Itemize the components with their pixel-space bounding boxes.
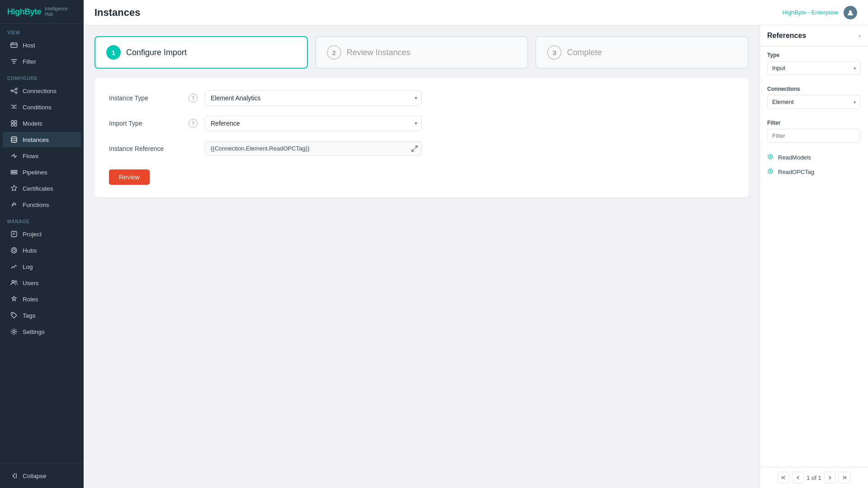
references-list: ReadModels ReadOPCTag	[760, 148, 868, 181]
import-type-select[interactable]: Reference	[205, 116, 422, 131]
read-models-icon	[767, 154, 774, 161]
references-connections-select[interactable]: Element	[767, 95, 861, 109]
import-type-label: Import Type	[109, 120, 181, 127]
svg-rect-11	[14, 121, 17, 123]
collapse-icon	[10, 472, 18, 480]
read-models-label: ReadModels	[778, 154, 811, 161]
sidebar-item-roles-label: Roles	[23, 296, 38, 303]
references-panel-header: References ›	[760, 25, 868, 47]
sidebar-item-instances-label: Instances	[23, 136, 49, 143]
sidebar-item-conditions[interactable]: Conditions	[3, 99, 81, 115]
instance-reference-input[interactable]	[205, 141, 422, 156]
sidebar-item-filter[interactable]: Filter	[3, 54, 81, 69]
sidebar-item-tags[interactable]: Tags	[3, 308, 81, 323]
logo-sub: Intelligence Hub	[45, 6, 76, 17]
sidebar-item-pipelines[interactable]: Pipelines	[3, 164, 81, 180]
certificates-icon	[10, 184, 18, 192]
sidebar-logo: HighByte Intelligence Hub	[0, 0, 84, 24]
svg-point-4	[11, 90, 13, 92]
pagination-info: 1 of 1	[807, 474, 821, 481]
svg-rect-17	[11, 170, 17, 172]
pagination-last-button[interactable]	[839, 472, 850, 483]
stepper: 1 Configure Import 2 Review Instances 3 …	[94, 36, 749, 69]
step-complete-number: 3	[547, 45, 561, 60]
sidebar-item-log[interactable]: Log	[3, 259, 81, 274]
sidebar-item-pipelines-label: Pipelines	[23, 169, 47, 176]
sidebar-item-hubs[interactable]: Hubs	[3, 243, 81, 258]
svg-line-7	[13, 89, 15, 91]
import-type-help-icon[interactable]: ?	[189, 119, 198, 128]
sidebar-item-settings-label: Settings	[23, 328, 45, 335]
users-icon	[10, 279, 18, 287]
sidebar-item-host-label: Host	[23, 42, 35, 49]
instance-type-help-icon[interactable]: ?	[189, 94, 198, 103]
enterprise-link[interactable]: HighByte - Enterprise	[782, 9, 838, 16]
svg-line-8	[13, 91, 15, 93]
sidebar-item-project[interactable]: Project	[3, 226, 81, 242]
svg-point-26	[12, 314, 13, 314]
sidebar-item-flows[interactable]: Flows	[3, 148, 81, 164]
collapse-label: Collapse	[23, 473, 47, 479]
pagination-prev-button[interactable]	[792, 472, 804, 483]
sidebar-item-certificates-label: Certificates	[23, 185, 53, 192]
sidebar-item-host[interactable]: Host	[3, 38, 81, 53]
sidebar-item-users[interactable]: Users	[3, 275, 81, 291]
read-opc-tag-icon	[767, 168, 774, 175]
import-type-row: Import Type ? Reference ▾	[109, 116, 734, 131]
svg-point-5	[15, 88, 17, 90]
pagination-first-button[interactable]	[778, 472, 789, 483]
review-button[interactable]: Review	[109, 169, 150, 185]
references-type-section: Type InputOutput ▾	[760, 47, 868, 80]
user-avatar[interactable]	[844, 6, 857, 19]
svg-point-24	[12, 281, 14, 283]
references-type-select-wrapper: InputOutput ▾	[767, 61, 861, 75]
references-filter-section: Filter	[760, 114, 868, 148]
instance-type-select[interactable]: Element Analytics	[205, 90, 422, 106]
sidebar-item-conditions-label: Conditions	[23, 104, 52, 111]
sidebar-item-certificates[interactable]: Certificates	[3, 181, 81, 196]
references-type-label: Type	[767, 52, 861, 58]
read-opc-tag-label: ReadOPCTag	[778, 169, 814, 175]
functions-icon	[10, 201, 18, 209]
references-panel: References › Type InputOutput ▾ Connecti…	[760, 25, 868, 488]
svg-point-6	[15, 92, 17, 94]
references-connections-select-wrapper: Element ▾	[767, 95, 861, 109]
pagination-next-button[interactable]	[824, 472, 836, 483]
step-complete: 3 Complete	[535, 36, 749, 69]
step-review: 2 Review Instances	[315, 36, 528, 69]
sidebar-item-functions[interactable]: Functions	[3, 197, 81, 212]
content-area: 1 Configure Import 2 Review Instances 3 …	[84, 25, 868, 488]
main-panel: 1 Configure Import 2 Review Instances 3 …	[84, 25, 760, 488]
sidebar-item-models[interactable]: Models	[3, 116, 81, 131]
conditions-icon	[10, 103, 18, 111]
instance-reference-row: Instance Reference	[109, 141, 734, 156]
svg-rect-0	[11, 43, 17, 47]
sidebar-item-log-label: Log	[23, 263, 33, 270]
view-section-label: VIEW	[0, 24, 84, 37]
roles-icon	[10, 295, 18, 303]
step-complete-label: Complete	[567, 48, 602, 57]
main-wrapper: Instances HighByte - Enterprise 1 Config…	[84, 0, 868, 488]
references-list-item-read-models[interactable]: ReadModels	[760, 150, 868, 164]
instance-reference-input-wrapper	[205, 141, 422, 156]
host-icon	[10, 41, 18, 49]
references-type-select[interactable]: InputOutput	[767, 61, 861, 75]
sidebar-item-roles[interactable]: Roles	[3, 291, 81, 307]
sidebar-item-connections[interactable]: Connections	[3, 83, 81, 99]
instance-reference-expand-button[interactable]	[411, 145, 418, 152]
svg-rect-18	[11, 173, 17, 174]
references-filter-label: Filter	[767, 120, 861, 126]
sidebar-item-instances[interactable]: Instances	[3, 132, 81, 147]
sidebar-item-project-label: Project	[23, 231, 42, 238]
references-list-item-read-opc-tag[interactable]: ReadOPCTag	[760, 164, 868, 179]
references-pagination: 1 of 1	[760, 467, 868, 488]
references-panel-title: References	[767, 32, 806, 40]
references-panel-collapse-icon[interactable]: ›	[859, 32, 861, 39]
collapse-button[interactable]: Collapse	[3, 468, 81, 483]
references-filter-input[interactable]	[767, 129, 861, 143]
svg-point-3	[13, 43, 14, 44]
step-review-number: 2	[327, 45, 341, 60]
sidebar-item-settings[interactable]: Settings	[3, 324, 81, 339]
instance-reference-label: Instance Reference	[109, 145, 181, 152]
svg-rect-13	[14, 124, 17, 126]
